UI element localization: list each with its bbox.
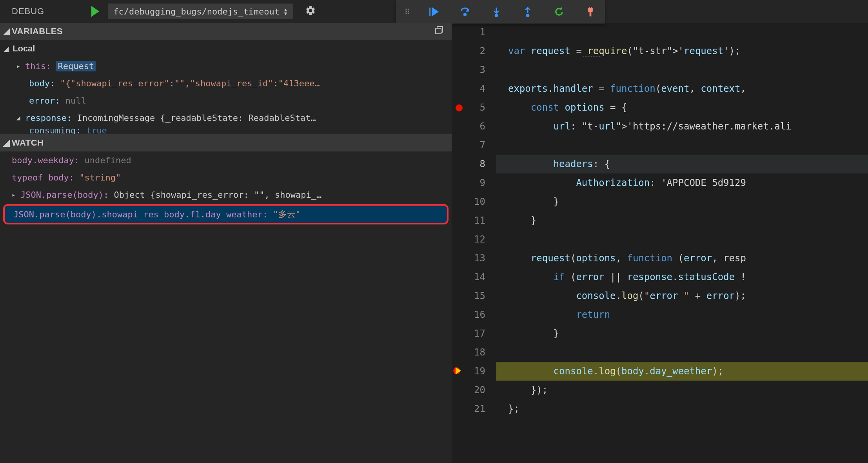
svg-marker-1 xyxy=(432,8,438,16)
breakpoint-icon[interactable] xyxy=(456,104,463,111)
var-value: IncomingMessage {_readableState: Readabl… xyxy=(77,113,316,123)
code-line[interactable]: } xyxy=(496,324,868,343)
var-consuming[interactable]: consuming: true xyxy=(0,126,452,134)
start-debug-button[interactable] xyxy=(91,6,99,17)
code-line[interactable]: } xyxy=(496,211,868,230)
code-line[interactable]: }; xyxy=(496,399,868,418)
code-editor[interactable]: 123456789101112131415161718192021 var re… xyxy=(452,23,868,463)
code-line[interactable]: Authorization: 'APPCODE 5d9129 xyxy=(496,173,868,192)
line-number: 15 xyxy=(467,286,485,305)
var-body[interactable]: body: "{"showapi_res_error":"","showapi_… xyxy=(0,75,452,92)
line-number: 20 xyxy=(467,381,485,399)
code-line[interactable]: url: "t-url">'https://saweather.market.a… xyxy=(496,117,868,136)
debug-topbar: DEBUG fc/debugging_bugs/nodejs_timeout ▴… xyxy=(0,0,868,23)
var-value: Request xyxy=(56,61,96,71)
watch-expression[interactable]: JSON.parse(body).showapi_res_body.f1.day… xyxy=(3,204,449,224)
step-out-button[interactable] xyxy=(522,6,534,17)
code-line[interactable] xyxy=(496,230,868,249)
scope-local[interactable]: ◢ Local xyxy=(0,40,452,57)
code-line[interactable] xyxy=(496,60,868,79)
line-number-gutter: 123456789101112131415161718192021 xyxy=(467,23,496,463)
main-area: ◢ VARIABLES ◢ Local ▸ this: Request body… xyxy=(0,23,868,463)
code-line[interactable]: }); xyxy=(496,381,868,399)
variables-tree: ◢ Local ▸ this: Request body: "{"showapi… xyxy=(0,40,452,134)
line-number: 18 xyxy=(467,343,485,362)
var-response[interactable]: ◢ response: IncomingMessage {_readableSt… xyxy=(0,109,452,126)
watch-value: "多云" xyxy=(273,208,301,220)
debug-title: DEBUG xyxy=(12,6,44,16)
line-number: 17 xyxy=(467,324,485,343)
code-line[interactable]: const options = { xyxy=(496,98,868,117)
debug-floating-toolbar: ⠿ xyxy=(396,0,605,24)
var-key: body: xyxy=(29,78,55,88)
code-line[interactable]: exports.handler = function(event, contex… xyxy=(496,79,868,98)
collapse-all-icon[interactable] xyxy=(434,26,444,37)
svg-rect-11 xyxy=(590,15,592,16)
step-into-button[interactable] xyxy=(490,6,502,17)
gear-icon[interactable] xyxy=(305,5,316,18)
line-number: 14 xyxy=(467,268,485,286)
var-key: this: xyxy=(25,61,51,71)
chevron-down-icon: ◢ xyxy=(4,45,13,53)
watch-expr: typeof body: xyxy=(12,173,74,182)
svg-point-6 xyxy=(527,14,529,16)
code-line[interactable] xyxy=(496,23,868,42)
code-line[interactable]: headers: { xyxy=(496,155,868,173)
line-number: 16 xyxy=(467,305,485,324)
breakpoint-gutter[interactable] xyxy=(452,23,467,463)
line-number: 5 xyxy=(467,98,485,117)
variables-section-header[interactable]: ◢ VARIABLES xyxy=(0,23,452,40)
scope-label: Local xyxy=(13,44,35,54)
code-line[interactable] xyxy=(496,136,868,155)
line-number: 13 xyxy=(467,249,485,268)
code-content[interactable]: var request = require("t-str">'request')… xyxy=(496,23,868,463)
line-number: 8 xyxy=(467,155,485,173)
debug-config-name: fc/debugging_bugs/nodejs_timeout xyxy=(113,7,280,16)
drag-handle-icon[interactable]: ⠿ xyxy=(405,10,408,13)
line-number: 19 xyxy=(467,362,485,381)
code-line[interactable]: request(options, function (error, resp xyxy=(496,249,868,268)
debug-config-select[interactable]: fc/debugging_bugs/nodejs_timeout ▴▾ xyxy=(108,4,293,19)
chevron-right-icon: ▸ xyxy=(12,191,20,199)
code-line[interactable]: return xyxy=(496,305,868,324)
watch-expression[interactable]: ▸JSON.parse(body): Object {showapi_res_e… xyxy=(0,186,452,203)
svg-point-4 xyxy=(495,14,498,16)
var-error[interactable]: error: null xyxy=(0,92,452,109)
code-line[interactable]: var request = require("t-str">'request')… xyxy=(496,42,868,60)
step-over-button[interactable] xyxy=(459,6,471,17)
var-key: response: xyxy=(25,113,72,123)
code-line[interactable]: console.log(body.day_weether); xyxy=(496,362,868,381)
watch-expression[interactable]: typeof body: "string" xyxy=(0,169,452,186)
code-line[interactable] xyxy=(496,343,868,362)
line-number: 21 xyxy=(467,399,485,418)
line-number: 4 xyxy=(467,79,485,98)
svg-rect-7 xyxy=(588,8,593,12)
code-line[interactable]: console.log("error " + error); xyxy=(496,286,868,305)
svg-point-2 xyxy=(464,13,466,16)
line-number: 12 xyxy=(467,230,485,249)
watch-value: Object {showapi_res_error: "", showapi_… xyxy=(114,190,321,200)
watch-expr: body.weekday: xyxy=(12,155,79,165)
var-key: error: xyxy=(29,96,60,106)
var-value: true xyxy=(86,126,107,134)
code-line[interactable]: if (error || response.statusCode ! xyxy=(496,268,868,286)
var-this[interactable]: ▸ this: Request xyxy=(0,57,452,75)
variables-title: VARIABLES xyxy=(12,26,63,36)
continue-button[interactable] xyxy=(428,6,439,17)
var-value: null xyxy=(65,96,86,106)
watch-value: "string" xyxy=(79,173,121,182)
restart-button[interactable] xyxy=(553,6,565,17)
var-value: "{"showapi_res_error":"","showapi_res_id… xyxy=(60,78,320,88)
chevron-right-icon: ▸ xyxy=(16,62,25,70)
chevron-down-icon: ◢ xyxy=(3,138,12,148)
watch-title: WATCH xyxy=(12,138,44,148)
line-number: 6 xyxy=(467,117,485,136)
watch-section-header[interactable]: ◢ WATCH xyxy=(0,134,452,151)
code-line[interactable]: } xyxy=(496,192,868,211)
disconnect-button[interactable] xyxy=(585,6,596,17)
line-number: 9 xyxy=(467,173,485,192)
watch-expr: JSON.parse(body): xyxy=(20,190,109,200)
watch-expression[interactable]: body.weekday: undefined xyxy=(0,151,452,169)
watch-list: body.weekday: undefinedtypeof body: "str… xyxy=(0,151,452,225)
line-number: 1 xyxy=(467,23,485,42)
